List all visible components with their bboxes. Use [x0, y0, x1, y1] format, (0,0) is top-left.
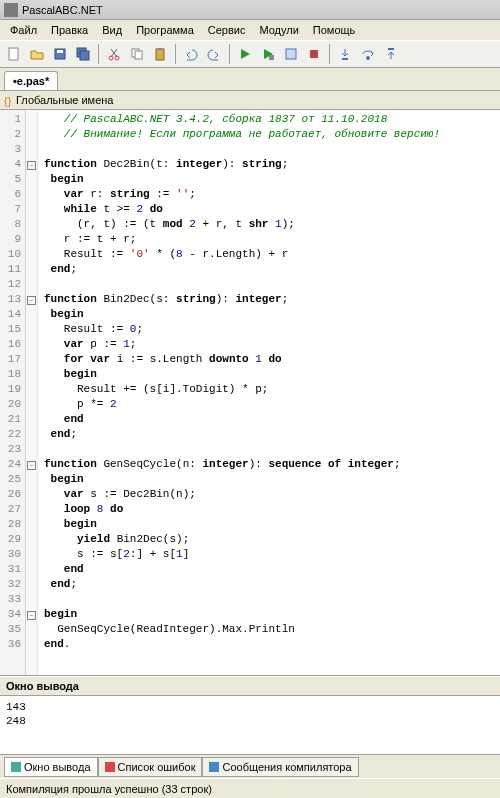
separator — [229, 44, 230, 64]
tab-icon — [11, 762, 21, 772]
code-editor[interactable]: 1234567891011121314151617181920212223242… — [0, 110, 500, 676]
step-out-button[interactable] — [381, 44, 401, 64]
svg-rect-0 — [9, 48, 18, 60]
open-button[interactable] — [27, 44, 47, 64]
undo-button[interactable] — [181, 44, 201, 64]
menu-Программа[interactable]: Программа — [130, 22, 200, 38]
run-noconsole-button[interactable] — [258, 44, 278, 64]
separator — [98, 44, 99, 64]
menu-bar: ФайлПравкаВидПрограммаСервисМодулиПомощь — [0, 20, 500, 40]
redo-button[interactable] — [204, 44, 224, 64]
svg-rect-14 — [342, 58, 348, 60]
tab-bar: •e.pas* — [0, 68, 500, 90]
paste-button[interactable] — [150, 44, 170, 64]
file-tab[interactable]: •e.pas* — [4, 71, 58, 90]
cut-button[interactable] — [104, 44, 124, 64]
bottom-tab-Окно вывода[interactable]: Окно вывода — [4, 757, 98, 777]
namespace-bar[interactable]: {} Глобальные имена — [0, 90, 500, 110]
bottom-tab-Список ошибок[interactable]: Список ошибок — [98, 757, 203, 777]
svg-rect-13 — [310, 50, 318, 58]
namespace-label: Глобальные имена — [16, 94, 114, 106]
tab-label: Сообщения компилятора — [222, 761, 351, 773]
title-bar: PascalABC.NET — [0, 0, 500, 20]
svg-rect-10 — [158, 48, 162, 50]
menu-Файл[interactable]: Файл — [4, 22, 43, 38]
status-bar: Компиляция прошла успешно (33 строк) — [0, 778, 500, 798]
new-file-button[interactable] — [4, 44, 24, 64]
svg-rect-8 — [135, 51, 142, 59]
copy-button[interactable] — [127, 44, 147, 64]
svg-rect-2 — [57, 50, 63, 53]
separator — [329, 44, 330, 64]
stop-button[interactable] — [304, 44, 324, 64]
output-body[interactable]: 143248 — [0, 696, 500, 754]
app-title: PascalABC.NET — [22, 4, 103, 16]
fold-gutter[interactable]: - - - - — [26, 110, 38, 675]
compile-button[interactable] — [281, 44, 301, 64]
tab-icon — [105, 762, 115, 772]
menu-Сервис[interactable]: Сервис — [202, 22, 252, 38]
namespace-icon: {} — [4, 95, 14, 105]
svg-rect-11 — [269, 55, 274, 60]
menu-Помощь[interactable]: Помощь — [307, 22, 362, 38]
svg-rect-9 — [156, 49, 164, 60]
save-button[interactable] — [50, 44, 70, 64]
app-icon — [4, 3, 18, 17]
step-over-button[interactable] — [358, 44, 378, 64]
tab-label: Список ошибок — [118, 761, 196, 773]
svg-point-15 — [366, 56, 370, 60]
save-all-button[interactable] — [73, 44, 93, 64]
menu-Модули[interactable]: Модули — [253, 22, 304, 38]
svg-rect-12 — [286, 49, 296, 59]
svg-rect-4 — [80, 51, 89, 60]
tab-icon — [209, 762, 219, 772]
menu-Вид[interactable]: Вид — [96, 22, 128, 38]
bottom-tabs: Окно выводаСписок ошибокСообщения компил… — [0, 754, 500, 778]
line-gutter: 1234567891011121314151617181920212223242… — [0, 110, 26, 675]
output-header: Окно вывода — [0, 676, 500, 696]
step-into-button[interactable] — [335, 44, 355, 64]
menu-Правка[interactable]: Правка — [45, 22, 94, 38]
tab-label: Окно вывода — [24, 761, 91, 773]
separator — [175, 44, 176, 64]
toolbar — [0, 40, 500, 68]
bottom-tab-Сообщения компилятора[interactable]: Сообщения компилятора — [202, 757, 358, 777]
code-area[interactable]: // PascalABC.NET 3.4.2, сборка 1837 от 1… — [38, 110, 500, 675]
svg-rect-16 — [388, 48, 394, 50]
run-button[interactable] — [235, 44, 255, 64]
